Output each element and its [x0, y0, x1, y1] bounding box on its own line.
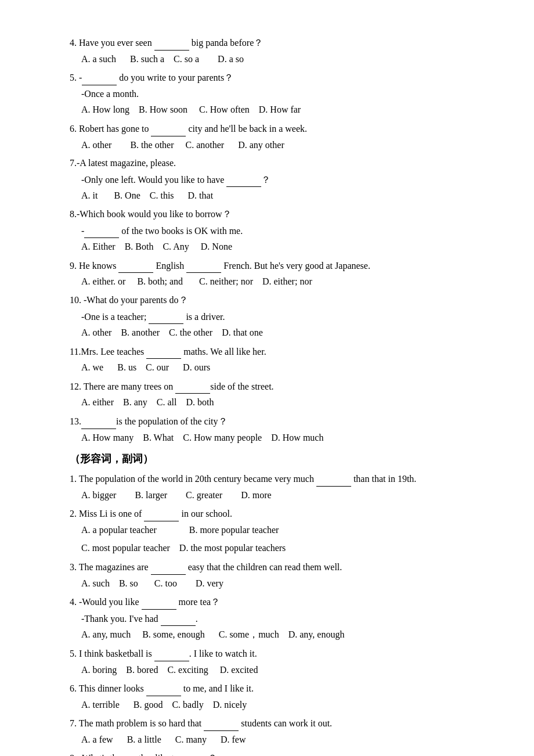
s2-q7-options: A. a few B. a little C. many D. few [81, 732, 476, 747]
question-9: 9. He knows English French. But he's ver… [70, 258, 476, 289]
q7-text: 7.-A latest magazine, please. [70, 156, 476, 171]
q12-options: A. either B. any C. all D. both [81, 395, 476, 410]
q10-options: A. other B. another C. the other D. that… [81, 325, 476, 340]
q11-text: 11.Mrs. Lee teaches maths. We all like h… [70, 344, 476, 359]
section-header: （形容词，副词） [70, 451, 476, 467]
s2-q2-text: 2. Miss Li is one of in our school. [70, 506, 476, 521]
q4-options: A. a such B. such a C. so a D. a so [81, 52, 476, 67]
s2-q1-text: 1. The population of the world in 20th c… [70, 471, 476, 487]
q5-options: A. How long B. How soon C. How often D. … [81, 102, 476, 117]
worksheet-content: 4. Have you ever seen big panda before？ … [70, 35, 476, 756]
q5-text: 5. - do you write to your parents？ [70, 70, 476, 85]
q9-text: 9. He knows English French. But he's ver… [70, 258, 476, 273]
q5-sub: -Once a month. [81, 87, 476, 102]
s2-question-5: 5. I think basketball is . I like to wat… [70, 646, 476, 677]
q8-options: A. Either B. Both C. Any D. None [81, 239, 476, 254]
q7-options: A. it B. One C. this D. that [81, 188, 476, 203]
s2-question-1: 1. The population of the world in 20th c… [70, 471, 476, 502]
question-12: 12. There are many trees on side of the … [70, 379, 476, 410]
s2-question-7: 7. The math problem is so hard that stud… [70, 715, 476, 747]
q10-sub: -One is a teacher; is a driver. [81, 309, 476, 325]
s2-question-8: 8. -What's the weather like tomorrow？ -T… [70, 751, 476, 756]
s2-q4-text: 4. -Would you like more tea？ [70, 594, 476, 610]
q7-sub: -Only one left. Would you like to have ？ [81, 172, 476, 188]
question-11: 11.Mrs. Lee teaches maths. We all like h… [70, 344, 476, 375]
s2-q5-text: 5. I think basketball is . I like to wat… [70, 646, 476, 661]
q8-text: 8.-Which book would you like to borrow？ [70, 207, 476, 222]
s2-q1-options: A. bigger B. larger C. greater D. more [81, 488, 476, 503]
s2-q4-sub: -Thank you. I've had . [81, 611, 476, 627]
s2-q6-options: A. terrible B. good C. badly D. nicely [81, 697, 476, 712]
question-13: 13. is the population of the city？ A. Ho… [70, 413, 476, 445]
s2-q7-text: 7. The math problem is so hard that stud… [70, 715, 476, 731]
q12-text: 12. There are many trees on side of the … [70, 379, 476, 394]
q9-options: A. either. or B. both; and C. neither; n… [81, 274, 476, 289]
s2-q8-text: 8. -What's the weather like tomorrow？ [70, 751, 476, 756]
s2-question-3: 3. The magazines are easy that the child… [70, 559, 476, 591]
s2-q3-options: A. such B. so C. too D. very [81, 576, 476, 591]
s2-question-2: 2. Miss Li is one of in our school. A. a… [70, 506, 476, 556]
s2-q2-options-cd: C. most popular teacher D. the most popu… [81, 541, 476, 556]
question-5: 5. - do you write to your parents？ -Once… [70, 70, 476, 117]
s2-q6-text: 6. This dinner looks to me, and I like i… [70, 681, 476, 696]
q13-text: 13. is the population of the city？ [70, 413, 476, 429]
q10-text: 10. -What do your parents do？ [70, 293, 476, 308]
s2-q5-options: A. boring B. bored C. exciting D. excite… [81, 663, 476, 678]
question-8: 8.-Which book would you like to borrow？ … [70, 207, 476, 254]
question-10: 10. -What do your parents do？ -One is a … [70, 293, 476, 340]
q11-options: A. we B. us C. our D. ours [81, 360, 476, 375]
s2-question-4: 4. -Would you like more tea？ -Thank you.… [70, 594, 476, 642]
question-4: 4. Have you ever seen big panda before？ … [70, 35, 476, 66]
s2-q2-options-ab: A. a popular teacher B. more popular tea… [81, 523, 476, 538]
s2-question-6: 6. This dinner looks to me, and I like i… [70, 681, 476, 712]
q6-options: A. other B. the other C. another D. any … [81, 138, 476, 153]
q4-text: 4. Have you ever seen big panda before？ [70, 35, 476, 51]
q6-text: 6. Robert has gone to city and he'll be … [70, 121, 476, 136]
question-6: 6. Robert has gone to city and he'll be … [70, 121, 476, 152]
s2-q3-text: 3. The magazines are easy that the child… [70, 559, 476, 575]
q8-sub: - of the two books is OK with me. [81, 223, 476, 239]
question-7: 7.-A latest magazine, please. -Only one … [70, 156, 476, 203]
s2-q4-options: A. any, much B. some, enough C. some，muc… [81, 627, 476, 642]
q13-options: A. How many B. What C. How many people D… [81, 430, 476, 445]
